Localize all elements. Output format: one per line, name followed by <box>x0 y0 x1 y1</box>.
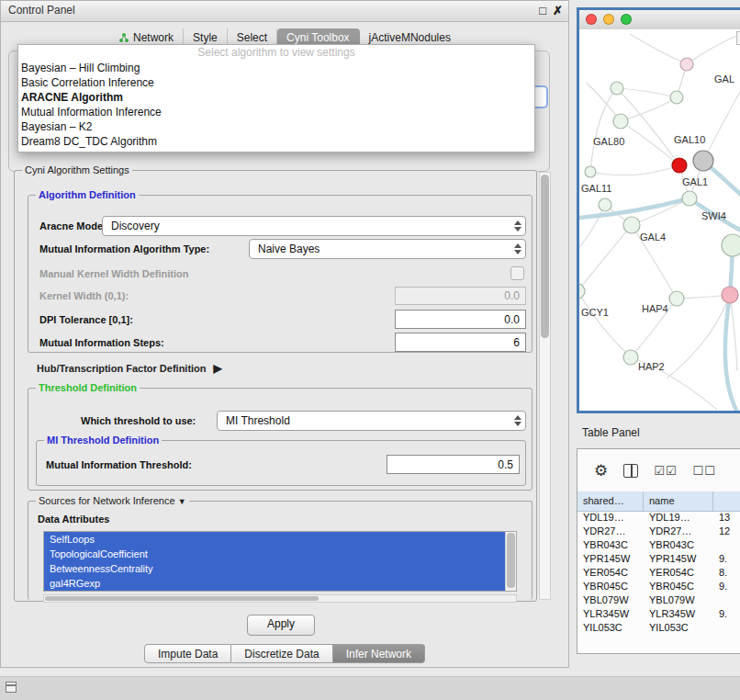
table-row[interactable]: YBL079WYBL079W <box>577 593 740 607</box>
network-graph[interactable]: GALGAL80GAL10GAL11GAL1SWI4GAL4GCY1HAP4HA… <box>579 29 740 411</box>
aracne-mode-label: Aracne Mode: <box>39 220 107 231</box>
mac-close-button[interactable] <box>586 14 597 25</box>
mi-threshold-input[interactable] <box>387 455 520 474</box>
network-node[interactable] <box>623 217 640 233</box>
network-node[interactable] <box>722 234 740 256</box>
network-node[interactable] <box>693 151 713 171</box>
apply-button[interactable]: Apply <box>247 615 315 636</box>
network-node[interactable] <box>623 350 638 365</box>
table-row[interactable]: YLR345WYLR345W9. <box>577 607 740 621</box>
float-window-icon[interactable]: □ <box>539 5 546 17</box>
table-cell: YBR043C <box>644 538 713 552</box>
table-cell: 8. <box>713 566 740 580</box>
network-edge[interactable] <box>687 34 740 64</box>
mac-zoom-button[interactable] <box>621 14 632 25</box>
network-node[interactable] <box>672 158 687 173</box>
attribute-list-item[interactable]: TopologicalCoefficient <box>44 547 516 561</box>
table-row[interactable]: YBR043CYBR043C <box>577 538 740 552</box>
node-label-gal11: GAL11 <box>581 183 611 194</box>
dropdown-item[interactable]: Bayesian – Hill Climbing <box>18 61 534 75</box>
attributes-hscrollbar[interactable] <box>43 594 517 603</box>
network-node[interactable] <box>611 82 623 95</box>
settings-scrollbar[interactable] <box>539 172 551 600</box>
columns-icon[interactable] <box>623 464 638 478</box>
attribute-list-item[interactable]: gal4RGexp <box>44 576 516 591</box>
attributes-scrollbar[interactable] <box>505 532 516 591</box>
tab-label: Network <box>133 31 174 44</box>
network-node[interactable] <box>599 198 611 211</box>
manual-kernel-checkbox[interactable] <box>510 266 524 280</box>
mi-threshold-group: MI Threshold Definition Mutual Informati… <box>36 440 526 486</box>
network-node[interactable] <box>669 291 684 306</box>
close-icon[interactable]: ✗ <box>553 5 563 17</box>
network-canvas[interactable]: GALGAL80GAL10GAL11GAL1SWI4GAL4GCY1HAP4HA… <box>579 29 740 411</box>
table-row[interactable]: YBR045CYBR045C9. <box>577 580 740 593</box>
network-node[interactable] <box>613 114 628 129</box>
deselect-all-icon[interactable]: ☐☐ <box>693 464 716 478</box>
scrollbar-stub[interactable] <box>736 31 740 45</box>
threshold-definition-legend: Threshold Definition <box>36 382 140 393</box>
dropdown-item[interactable]: Basic Correlation Inference <box>18 75 534 90</box>
network-edge[interactable] <box>621 121 679 165</box>
network-edge[interactable] <box>730 295 737 371</box>
bottom-tab-infer-network[interactable]: Infer Network <box>333 644 425 663</box>
mi-type-combobox[interactable]: Naive Bayes <box>249 239 526 259</box>
mac-minimize-button[interactable] <box>603 14 614 25</box>
table-row[interactable]: YIL053CYIL053C <box>577 621 740 635</box>
table-cell <box>713 621 740 635</box>
network-edge[interactable] <box>630 34 687 64</box>
network-node[interactable] <box>682 191 697 206</box>
network-node[interactable] <box>680 58 693 71</box>
bottom-tab-impute-data[interactable]: Impute Data <box>144 644 231 663</box>
hub-definition-toggle[interactable]: Hub/Transcription Factor Definition ▶ <box>37 362 222 375</box>
bottom-tabs: Impute DataDiscretize DataInfer Network <box>1 644 568 663</box>
scrollbar-thumb[interactable] <box>541 175 549 338</box>
bottom-tab-discretize-data[interactable]: Discretize Data <box>231 644 332 663</box>
network-edge[interactable] <box>703 80 740 161</box>
network-titlebar <box>579 10 740 30</box>
table-row[interactable]: YPR145WYPR145W9. <box>577 552 740 566</box>
network-edge[interactable] <box>617 88 677 97</box>
column-header[interactable]: shared… <box>577 491 644 511</box>
mi-type-label: Mutual Information Algorithm Type: <box>39 243 209 254</box>
table-row[interactable]: YER054CYER054C8. <box>577 566 740 580</box>
network-edge[interactable] <box>579 205 605 250</box>
manual-kernel-label: Manual Kernel Width Definition <box>39 268 188 279</box>
kernel-width-input[interactable] <box>395 287 526 305</box>
dpi-tolerance-input[interactable] <box>395 310 526 329</box>
dropdown-item[interactable]: ARACNE Algorithm <box>18 90 534 105</box>
which-threshold-combobox[interactable]: MI Threshold <box>217 411 526 431</box>
control-panel-titlebar: Control Panel □ ✗ <box>1 1 568 22</box>
network-edge[interactable] <box>667 295 730 378</box>
column-header[interactable] <box>713 491 740 511</box>
network-edge[interactable] <box>617 88 679 165</box>
node-label-hap4: HAP4 <box>642 303 668 314</box>
network-edge[interactable] <box>579 225 632 291</box>
network-node[interactable] <box>722 287 738 303</box>
select-all-icon[interactable]: ☑☑ <box>654 464 677 478</box>
dock-panel-icon[interactable] <box>6 682 17 693</box>
mi-threshold-label: Mutual Information Threshold: <box>46 459 192 470</box>
table-row[interactable]: YDL19…YDL19…13 <box>577 511 740 525</box>
attribute-list-item[interactable]: BetweennessCentrality <box>44 561 516 576</box>
attribute-list-item[interactable]: SelfLoops <box>44 532 516 547</box>
table-cell: 9. <box>713 607 740 621</box>
tab-label: jActiveMNodules <box>369 31 451 44</box>
table-row[interactable]: YDR27…YDR27…12 <box>577 525 740 538</box>
chevron-down-icon[interactable]: ▼ <box>178 497 186 506</box>
gear-icon[interactable]: ⚙ <box>594 463 608 479</box>
network-edge[interactable] <box>590 165 679 175</box>
mi-steps-input[interactable] <box>395 333 526 352</box>
network-node[interactable] <box>585 166 596 177</box>
node-label-gal10: GAL10 <box>674 134 705 145</box>
network-edge[interactable] <box>579 291 631 357</box>
network-node[interactable] <box>670 91 683 104</box>
column-header[interactable]: name <box>644 491 713 511</box>
aracne-mode-combobox[interactable]: Discovery <box>102 216 526 236</box>
settings-group-legend: Cyni Algorithm Settings <box>22 164 132 175</box>
dropdown-item[interactable]: Dream8 DC_TDC Algorithm <box>18 134 534 149</box>
network-edge[interactable] <box>579 198 690 218</box>
dropdown-item[interactable]: Bayesian – K2 <box>18 119 534 134</box>
network-node[interactable] <box>579 284 585 299</box>
dropdown-item[interactable]: Mutual Information Inference <box>18 105 534 119</box>
